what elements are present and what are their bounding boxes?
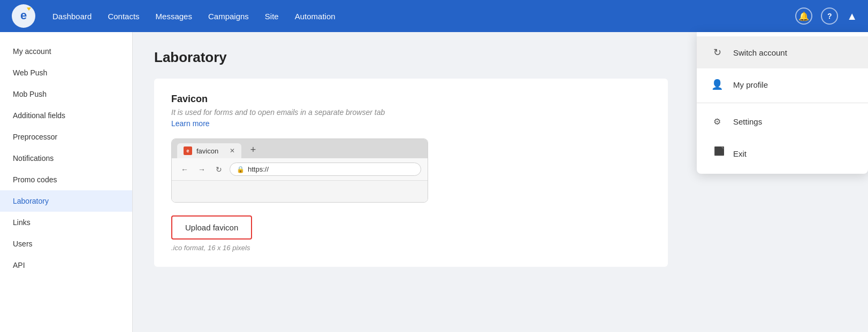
help-button[interactable]: ?: [821, 7, 838, 25]
dropdown-switch-account[interactable]: ↻ Switch account: [697, 36, 868, 68]
browser-refresh-button[interactable]: ↻: [212, 163, 225, 176]
favicon-description: It is used for forms and to open emails …: [171, 108, 651, 117]
tab-label: favicon: [196, 147, 218, 155]
sidebar: My account Web Push Mob Push Additional …: [0, 32, 133, 332]
upload-section: Upload favicon .ico format, 16 x 16 pixe…: [171, 215, 651, 252]
sidebar-item-notifications[interactable]: Notifications: [0, 148, 132, 169]
dropdown-settings[interactable]: ⚙ Settings: [697, 105, 868, 137]
bell-icon: 🔔: [798, 11, 809, 21]
exit-icon: ⬛: [710, 146, 725, 161]
dropdown-my-profile[interactable]: 👤 My profile: [697, 68, 868, 101]
browser-tab-bar: e favicon ✕ +: [172, 139, 428, 158]
sidebar-item-laboratory[interactable]: Laboratory: [0, 190, 132, 212]
notification-bell-button[interactable]: 🔔: [795, 7, 812, 25]
nav-dashboard[interactable]: Dashboard: [52, 10, 92, 23]
sidebar-item-users[interactable]: Users: [0, 233, 132, 254]
browser-tab: e favicon ✕: [177, 143, 241, 158]
my-profile-label: My profile: [733, 80, 768, 89]
svg-text:e: e: [20, 9, 27, 22]
nav-contacts[interactable]: Contacts: [108, 10, 139, 23]
question-mark-icon: ?: [827, 12, 832, 20]
sidebar-item-my-account[interactable]: My account: [0, 41, 132, 62]
nav-automation[interactable]: Automation: [295, 10, 336, 23]
profile-icon: 👤: [710, 77, 725, 92]
browser-mockup: e favicon ✕ + ← → ↻ 🔒 https://: [171, 138, 428, 203]
sidebar-item-additional-fields[interactable]: Additional fields: [0, 105, 132, 126]
nav-links: Dashboard Contacts Messages Campaigns Si…: [52, 10, 795, 23]
topnav-right: 🔔 ? ▲: [795, 7, 857, 25]
lock-icon: 🔒: [237, 166, 245, 173]
browser-content-area: [172, 181, 428, 202]
url-text: https://: [248, 165, 269, 173]
logo[interactable]: e: [11, 3, 36, 29]
switch-account-icon: ↻: [710, 45, 725, 60]
sidebar-item-web-push[interactable]: Web Push: [0, 62, 132, 83]
tab-favicon-icon: e: [184, 146, 192, 155]
sidebar-item-mob-push[interactable]: Mob Push: [0, 83, 132, 105]
favicon-section-title: Favicon: [171, 94, 651, 105]
dropdown-divider: [697, 103, 868, 103]
sidebar-item-preprocessor[interactable]: Preprocessor: [0, 126, 132, 148]
url-bar[interactable]: 🔒 https://: [230, 163, 421, 176]
exit-label: Exit: [733, 149, 747, 158]
settings-label: Settings: [733, 117, 762, 126]
nav-messages[interactable]: Messages: [156, 10, 192, 23]
top-navigation: e Dashboard Contacts Messages Campaigns …: [0, 0, 868, 32]
account-dropdown: ↻ Switch account 👤 My profile ⚙ Settings…: [697, 32, 868, 174]
new-tab-button[interactable]: +: [246, 142, 261, 157]
favicon-card: Favicon It is used for forms and to open…: [154, 79, 668, 267]
sidebar-item-links[interactable]: Links: [0, 212, 132, 233]
nav-campaigns[interactable]: Campaigns: [208, 10, 249, 23]
switch-account-label: Switch account: [733, 48, 787, 57]
learn-more-link[interactable]: Learn more: [171, 119, 210, 128]
sidebar-item-promo-codes[interactable]: Promo codes: [0, 169, 132, 190]
dropdown-exit[interactable]: ⬛ Exit: [697, 137, 868, 169]
browser-address-bar: ← → ↻ 🔒 https://: [172, 158, 428, 181]
settings-icon: ⚙: [710, 114, 725, 129]
account-menu-button[interactable]: ▲: [847, 10, 857, 22]
upload-favicon-button[interactable]: Upload favicon: [171, 215, 252, 240]
browser-back-button[interactable]: ←: [178, 163, 191, 176]
nav-site[interactable]: Site: [265, 10, 279, 23]
upload-hint: .ico format, 16 x 16 pixels: [171, 244, 651, 252]
browser-forward-button[interactable]: →: [195, 163, 208, 176]
tab-close-button[interactable]: ✕: [230, 147, 235, 155]
sidebar-item-api[interactable]: API: [0, 254, 132, 276]
